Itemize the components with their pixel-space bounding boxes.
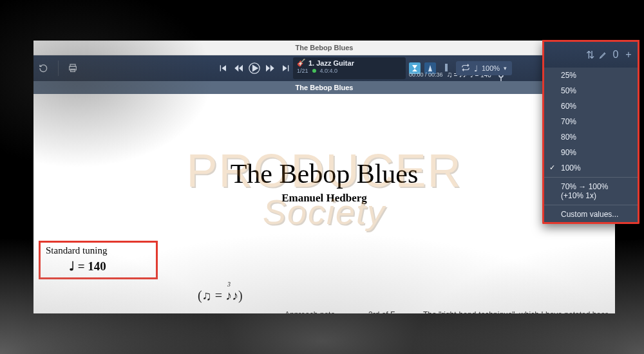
annotation-chordtone: 3rd of F <box>368 310 395 313</box>
note-icon: ♩ <box>474 64 478 73</box>
loop-icon <box>461 63 470 73</box>
speed-control[interactable]: ♩ 100% ▾ <box>456 61 512 75</box>
speed-option[interactable]: 80% <box>544 129 638 145</box>
speed-option[interactable]: 70% <box>544 114 638 129</box>
track-number: 1/21 <box>297 68 308 74</box>
svg-marker-6 <box>239 65 243 72</box>
chevron-up-down-icon[interactable]: ⇅ <box>585 50 595 60</box>
redo-icon[interactable] <box>37 62 50 75</box>
app-window: The Bebop Blues <box>33 41 615 313</box>
speed-option-custom[interactable]: Custom values... <box>544 207 638 222</box>
svg-rect-12 <box>288 65 289 71</box>
tuning-tempo-box: Standard tuning ♩ = 140 <box>39 241 158 279</box>
speed-option[interactable]: 25% <box>544 68 638 83</box>
instrument-icon: 🎸 <box>297 59 306 67</box>
speed-option[interactable]: 90% <box>544 145 638 160</box>
transport-controls <box>217 55 292 81</box>
window-title: The Bebop Blues <box>296 44 354 51</box>
svg-marker-11 <box>283 65 287 71</box>
pencil-icon[interactable] <box>598 50 608 60</box>
speed-dropdown: ⇅ 0 + 25%50%60%70%80%90%100% 70% → 100% … <box>542 40 639 224</box>
svg-rect-3 <box>220 65 221 71</box>
time-current: 00:00 <box>409 71 424 78</box>
document-header: The Bebop Blues <box>33 81 615 94</box>
play-button[interactable] <box>248 62 261 75</box>
divider <box>58 61 59 76</box>
tempo-marking: ♩ = 140 <box>46 259 151 274</box>
menu-separator <box>544 205 638 205</box>
annotation-approach: Approach note <box>285 310 335 313</box>
score-canvas: PRODUCER Society The Bebop Blues Emanuel… <box>33 94 615 313</box>
track-info-panel[interactable]: 🎸 1. Jazz Guitar 1/21 4.0:4.0 <box>293 57 406 79</box>
menu-separator <box>544 177 638 178</box>
time-total: 00:36 <box>428 71 443 78</box>
rewind-icon[interactable] <box>232 62 245 75</box>
speed-option-progressive[interactable]: 70% → 100% (+10% 1x) <box>544 179 638 203</box>
svg-rect-2 <box>71 69 75 71</box>
zoom-value: 0 <box>611 50 621 60</box>
fast-forward-icon[interactable] <box>263 62 276 75</box>
skip-forward-icon[interactable] <box>279 62 292 75</box>
window-titlebar: The Bebop Blues <box>33 41 615 55</box>
print-icon[interactable] <box>66 62 79 75</box>
tuning-label: Standard tuning <box>46 245 151 256</box>
speed-option[interactable]: 100% <box>544 160 638 176</box>
svg-marker-4 <box>222 65 226 71</box>
speed-option[interactable]: 60% <box>544 98 638 114</box>
track-name: 1. Jazz Guitar <box>308 59 354 67</box>
plus-icon[interactable]: + <box>623 50 634 60</box>
svg-marker-10 <box>270 65 274 72</box>
speed-dropdown-header: ⇅ 0 + <box>544 40 638 68</box>
svg-marker-8 <box>253 66 258 71</box>
main-toolbar: 🎸 1. Jazz Guitar 1/21 4.0:4.0 <box>33 55 615 81</box>
chevron-down-icon: ▾ <box>504 65 507 71</box>
svg-marker-5 <box>234 65 238 72</box>
swing-marking: (♫ = 3♪♪) <box>198 288 243 303</box>
speed-value: 100% <box>482 64 500 72</box>
performance-notes: The "right-hand-technique", which I have… <box>423 310 613 313</box>
skip-back-icon[interactable] <box>217 62 230 75</box>
speed-option[interactable]: 50% <box>544 83 638 98</box>
time-signature: 4.0:4.0 <box>320 68 338 74</box>
svg-marker-9 <box>266 65 270 72</box>
status-dot-icon <box>312 69 316 73</box>
score-title: The Bebop Blues <box>33 158 615 189</box>
document-title: The Bebop Blues <box>296 84 354 91</box>
score-composer: Emanuel Hedberg <box>33 192 615 205</box>
